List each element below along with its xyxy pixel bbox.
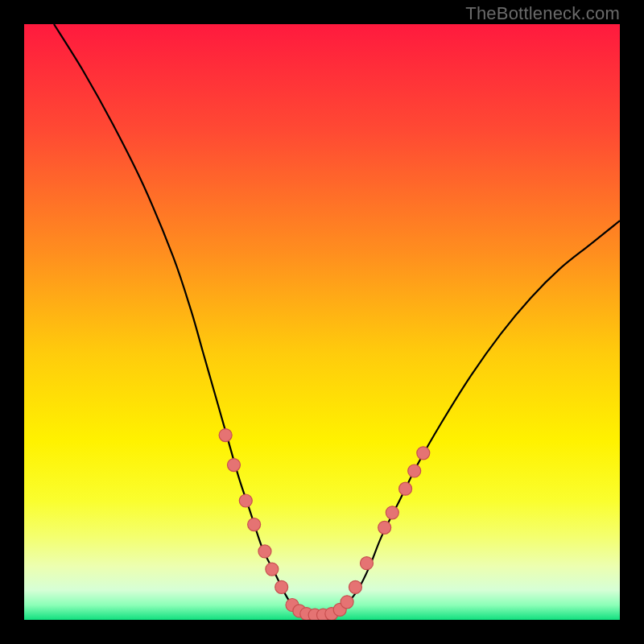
bottleneck-curve [54,24,620,615]
curve-markers [219,429,430,620]
curve-marker [227,459,240,472]
curve-marker [239,494,252,507]
attribution-label: TheBottleneck.com [465,3,620,24]
curve-marker [219,429,232,442]
curve-layer [24,24,620,620]
plot-area [24,24,620,620]
curve-marker [386,506,398,519]
curve-marker [361,557,374,570]
curve-marker [399,482,412,495]
curve-marker [417,447,430,460]
curve-marker [275,580,288,593]
curve-marker [349,580,361,593]
curve-marker [408,464,421,477]
curve-marker [266,563,279,576]
curve-marker [378,521,391,534]
curve-marker [341,596,353,609]
curve-marker [258,545,271,558]
chart-frame: TheBottleneck.com [0,0,644,644]
curve-marker [248,518,261,531]
